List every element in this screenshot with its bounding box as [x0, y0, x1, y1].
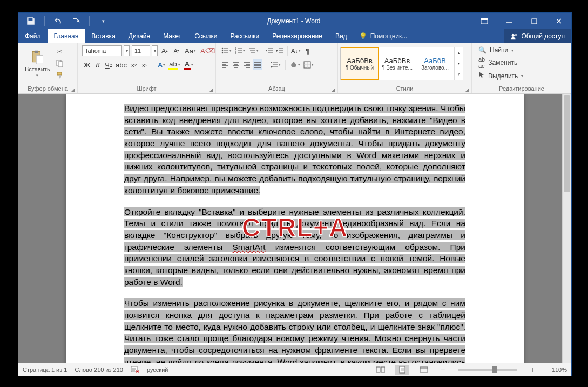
paste-button[interactable]: Вставить ▾ [23, 49, 52, 79]
clipboard-launcher-icon[interactable]: ◢ [71, 87, 75, 92]
zoom-in-button[interactable]: + [528, 365, 537, 374]
styles-expand-icon[interactable]: ▿ [454, 69, 463, 80]
change-case-icon[interactable]: Aa [184, 45, 197, 56]
svg-rect-2 [532, 19, 537, 24]
superscript-icon[interactable]: x2 [140, 59, 150, 70]
paragraph-launcher-icon[interactable]: ◢ [332, 87, 335, 92]
svg-rect-7 [37, 55, 43, 64]
text-effects-icon[interactable]: A [157, 59, 166, 70]
clipboard-label: Буфер обмена [28, 85, 68, 92]
format-painter-icon[interactable] [56, 71, 64, 80]
shrink-font-icon[interactable]: A▾ [172, 45, 181, 56]
style-heading1[interactable]: АаБбВ Заголово... [416, 47, 454, 80]
shading-icon[interactable] [289, 59, 301, 70]
cut-icon[interactable]: ✂ [56, 47, 64, 56]
tab-review[interactable]: Рецензирование [266, 29, 329, 43]
font-size-combo[interactable]: 11 [132, 45, 150, 56]
tab-design[interactable]: Дизайн [122, 29, 157, 43]
share-button[interactable]: Общий доступ [504, 29, 571, 43]
qat-customize-icon[interactable]: ▾ [98, 16, 108, 26]
zoom-level[interactable]: 110% [544, 366, 567, 373]
copy-icon[interactable] [56, 59, 64, 68]
read-mode-icon[interactable] [374, 365, 388, 375]
align-right-icon[interactable] [242, 59, 252, 70]
subscript-icon[interactable]: x2 [129, 59, 139, 70]
svg-rect-9 [58, 62, 63, 67]
tab-references[interactable]: Ссылки [188, 29, 224, 43]
undo-icon[interactable] [53, 16, 63, 26]
underline-button[interactable]: Ч [104, 59, 113, 70]
styles-launcher-icon[interactable]: ◢ [465, 87, 469, 92]
zoom-slider[interactable] [458, 369, 517, 371]
tab-layout[interactable]: Макет [157, 29, 188, 43]
styles-scroll-down-icon[interactable]: ▾ [454, 58, 463, 69]
paragraph[interactable]: Чтобы изменить расположение рисунка в до… [124, 297, 465, 363]
tell-me-search[interactable]: 💡 Помощник... [359, 29, 408, 43]
replace-button[interactable]: abac Заменить [478, 56, 523, 69]
font-launcher-icon[interactable]: ◢ [209, 87, 213, 92]
font-name-combo[interactable]: Tahoma [82, 45, 122, 56]
minimize-icon[interactable] [497, 13, 522, 29]
find-button[interactable]: 🔍 Найти ▾ [478, 46, 523, 54]
tab-home[interactable]: Главная [48, 29, 85, 43]
paragraph[interactable]: Откройте вкладку "Вставка" и выберите ну… [124, 206, 465, 288]
separator [44, 16, 45, 26]
bullets-icon[interactable] [220, 45, 233, 56]
font-size-dropdown-icon[interactable]: ▾ [152, 45, 158, 56]
align-left-icon[interactable] [220, 59, 230, 70]
numbering-icon[interactable]: 123 [234, 45, 246, 56]
paragraph[interactable]: Видео предоставляет прекрасную возможнос… [124, 103, 465, 196]
close-icon[interactable] [546, 13, 571, 29]
borders-icon[interactable] [302, 59, 315, 70]
select-label: Выделить [488, 72, 518, 80]
ribbon-options-icon[interactable] [472, 13, 497, 29]
redo-icon[interactable] [71, 16, 80, 26]
multilevel-list-icon[interactable] [247, 45, 260, 56]
web-layout-icon[interactable] [417, 365, 431, 375]
separator [89, 16, 90, 26]
language-indicator[interactable]: русский [147, 366, 168, 373]
tab-view[interactable]: Вид [329, 29, 354, 43]
highlight-icon[interactable]: ab [167, 59, 181, 70]
style-normal[interactable]: АаБбВв ¶ Обычный [341, 47, 379, 80]
decrease-indent-icon[interactable] [265, 45, 274, 56]
spellcheck-status-icon[interactable] [131, 365, 139, 374]
show-marks-icon[interactable]: ¶ [303, 45, 313, 56]
page-indicator[interactable]: Страница 1 из 1 [23, 366, 67, 373]
bulb-icon: 💡 [359, 32, 367, 40]
bold-button[interactable]: Ж [82, 59, 92, 70]
justify-icon[interactable] [253, 59, 262, 70]
document-area[interactable]: Видео предоставляет прекрасную возможнос… [18, 94, 571, 363]
maximize-icon[interactable] [522, 13, 546, 29]
clear-format-icon[interactable]: A⌫ [199, 45, 216, 56]
font-color-icon[interactable]: A [183, 59, 194, 70]
select-button[interactable]: Выделить ▾ [478, 71, 523, 80]
scrollbar-thumb[interactable] [564, 95, 570, 192]
styles-scroll-up-icon[interactable]: ▴ [454, 47, 463, 58]
zoom-out-button[interactable]: − [438, 365, 447, 374]
svg-point-12 [222, 50, 224, 52]
style-preview: АаБбВв [347, 57, 373, 65]
italic-button[interactable]: К [93, 59, 103, 70]
align-center-icon[interactable] [231, 59, 241, 70]
increase-indent-icon[interactable] [275, 45, 285, 56]
vertical-scrollbar[interactable] [562, 94, 571, 363]
strike-button[interactable]: abc [114, 59, 128, 70]
paste-label: Вставить [25, 66, 50, 72]
tab-insert[interactable]: Вставка [85, 29, 122, 43]
print-layout-icon[interactable] [395, 365, 409, 375]
save-icon[interactable] [26, 16, 36, 26]
grow-font-icon[interactable]: A▴ [160, 45, 170, 56]
tab-mailings[interactable]: Рассылки [224, 29, 266, 43]
svg-point-3 [512, 34, 515, 37]
svg-point-13 [222, 52, 224, 54]
word-count[interactable]: Слово 210 из 210 [75, 366, 123, 373]
sort-icon[interactable]: A↓ [290, 45, 302, 56]
svg-rect-20 [381, 367, 385, 372]
font-name-dropdown-icon[interactable]: ▾ [124, 45, 130, 56]
line-spacing-icon[interactable] [269, 59, 282, 70]
tab-file[interactable]: Файл [18, 29, 48, 43]
style-name: Заголово... [421, 65, 449, 71]
style-no-spacing[interactable]: АаБбВв ¶ Без инте... [379, 47, 416, 80]
zoom-slider-thumb[interactable] [492, 366, 497, 373]
